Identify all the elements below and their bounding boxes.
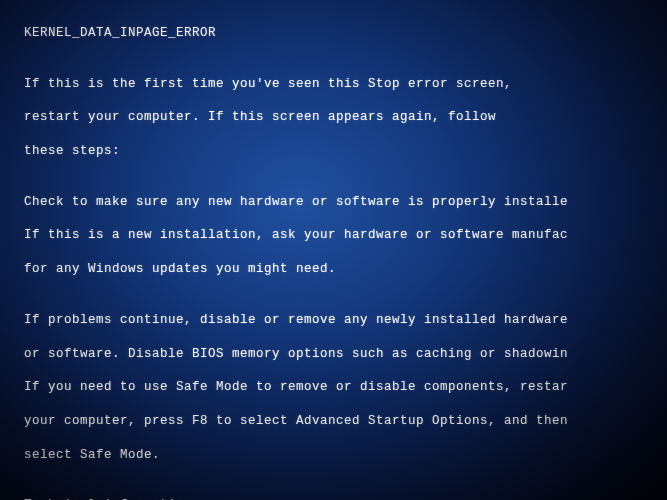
- problems-line: or software. Disable BIOS memory options…: [24, 346, 667, 363]
- check-line: Check to make sure any new hardware or s…: [24, 194, 667, 211]
- intro-line: restart your computer. If this screen ap…: [24, 109, 667, 126]
- problems-line: select Safe Mode.: [24, 447, 667, 464]
- problems-line: If you need to use Safe Mode to remove o…: [24, 379, 667, 396]
- intro-line: If this is the first time you've seen th…: [24, 76, 667, 93]
- check-line: If this is a new installation, ask your …: [24, 227, 667, 244]
- problems-line: If problems continue, disable or remove …: [24, 312, 667, 329]
- intro-line: these steps:: [24, 143, 667, 160]
- error-name: KERNEL_DATA_INPAGE_ERROR: [24, 25, 667, 42]
- problems-line: your computer, press F8 to select Advanc…: [24, 413, 667, 430]
- bsod-screen: KERNEL_DATA_INPAGE_ERROR If this is the …: [24, 8, 667, 500]
- check-line: for any Windows updates you might need.: [24, 261, 667, 278]
